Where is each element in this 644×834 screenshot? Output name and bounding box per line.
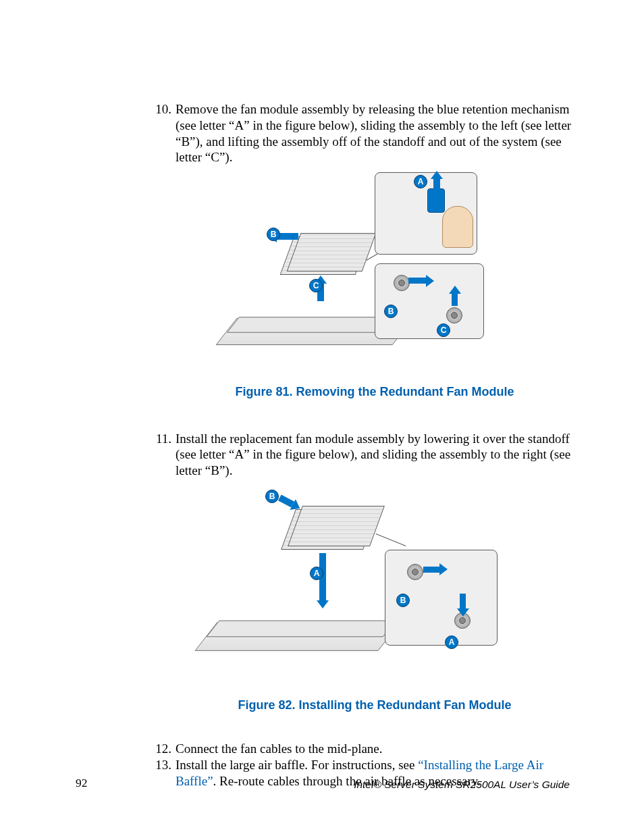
step-13-number: 13. <box>149 757 171 773</box>
step-10: 10. Remove the fan module assembly by re… <box>149 101 574 400</box>
step-10-number: 10. <box>149 101 171 118</box>
figure-82-label-B-inset: B <box>396 594 410 607</box>
step-12-number: 12. <box>149 741 171 757</box>
figure-82-illustration: B A B A <box>240 486 510 688</box>
step-12: 12. Connect the fan cables to the mid-pl… <box>149 741 574 757</box>
figure-82-label-A-main: A <box>310 567 323 580</box>
step-10-text: Remove the fan module assembly by releas… <box>176 102 571 164</box>
figure-81-label-B-inset: B <box>384 305 398 318</box>
figure-81-illustration: B C A B C <box>240 172 510 375</box>
step-11: 11. Install the replacement fan module a… <box>149 431 574 713</box>
step-12-text: Connect the fan cables to the mid-plane. <box>176 741 383 756</box>
step-13-text-a: Install the large air baffle. For instru… <box>176 758 418 772</box>
figure-82-label-B-main: B <box>265 490 279 503</box>
ordered-steps: 10. Remove the fan module assembly by re… <box>149 101 574 789</box>
figure-81-label-A: A <box>414 175 427 188</box>
step-11-number: 11. <box>149 431 171 447</box>
content-column: 10. Remove the fan module assembly by re… <box>149 101 574 789</box>
step-11-text: Install the replacement fan module assem… <box>176 432 570 478</box>
document-title: Intel® Server System SR2500AL User’s Gui… <box>354 778 570 791</box>
figure-81-label-C-main: C <box>309 279 323 292</box>
figure-81-label-C-inset: C <box>437 323 450 337</box>
figure-81-label-B-main: B <box>267 228 280 241</box>
figure-82-label-A-inset: A <box>445 635 458 649</box>
figure-81-caption: Figure 81. Removing the Redundant Fan Mo… <box>176 384 574 400</box>
figure-82-caption: Figure 82. Installing the Redundant Fan … <box>176 698 574 713</box>
page-number: 92 <box>76 776 88 791</box>
